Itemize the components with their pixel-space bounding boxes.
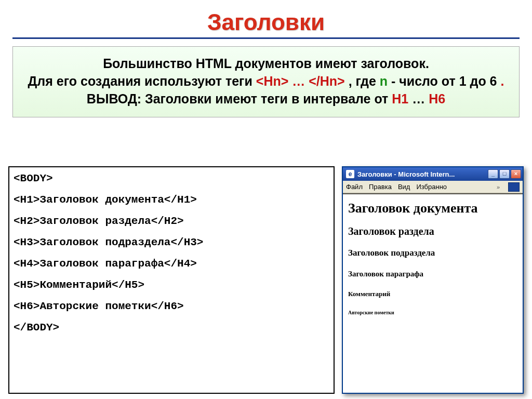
menu-overflow-icon[interactable]: » (497, 184, 500, 190)
rendered-h4: Заголовок параграфа (348, 270, 517, 278)
window-titlebar: e Заголовки - Microsoft Intern... _ □ × (343, 167, 523, 181)
tag-ellipsis: … (292, 74, 305, 88)
info-to: … (412, 91, 429, 106)
rendered-h1: Заголовок документа (348, 201, 517, 216)
info-line3a: ВЫВОД: Заголовки имеют теги в интервале … (87, 91, 392, 106)
info-callout: Большинство HTML документов имеют заголо… (12, 46, 520, 117)
rendered-h3: Заголовок подраздела (348, 248, 517, 258)
window-title: Заголовки - Microsoft Intern... (357, 170, 488, 178)
menubar: Файл Правка Вид Избранно » (343, 181, 523, 193)
close-button[interactable]: × (511, 169, 521, 179)
info-period: . (500, 74, 504, 88)
info-line2b: , где (349, 74, 380, 88)
rendered-h6: Авторские пометки (348, 310, 517, 315)
info-h6: H6 (429, 91, 445, 106)
rendered-h2: Заголовок раздела (348, 225, 517, 237)
minimize-button[interactable]: _ (488, 169, 498, 179)
title-divider (12, 37, 520, 39)
info-n: n (380, 74, 388, 88)
code-line: <BODY> (14, 172, 329, 184)
throbber-icon (508, 182, 520, 192)
tag-close: </Hn> (309, 74, 344, 88)
code-panel: <BODY> <H1>Заголовок документа</H1> <H2>… (8, 166, 335, 394)
browser-content: Заголовок документа Заголовок раздела За… (343, 193, 523, 393)
lower-row: <BODY> <H1>Заголовок документа</H1> <H2>… (8, 166, 524, 394)
code-line: <H6>Авторские пометки</H6> (14, 300, 329, 312)
code-line: <H5>Комментарий</H5> (14, 279, 329, 291)
menu-file[interactable]: Файл (346, 183, 363, 191)
code-line: </BODY> (14, 322, 329, 334)
info-line2c: - число от 1 до 6 (391, 74, 497, 88)
maximize-button[interactable]: □ (499, 169, 510, 179)
code-line: <H2>Заголовок раздела</H2> (14, 215, 329, 227)
code-line: <H4>Заголовок параграфа</H4> (14, 258, 329, 270)
page-title: Заголовки (0, 0, 532, 35)
menu-edit[interactable]: Правка (369, 183, 392, 191)
browser-window: e Заголовки - Microsoft Intern... _ □ × … (342, 166, 524, 394)
menu-favorites[interactable]: Избранно (416, 183, 447, 191)
code-line: <H3>Заголовок подраздела</H3> (14, 236, 329, 248)
rendered-h5: Комментарий (348, 290, 517, 298)
tag-open: <Hn> (256, 74, 289, 88)
info-line1: Большинство HTML документов имеют заголо… (103, 56, 429, 71)
menu-view[interactable]: Вид (398, 183, 410, 191)
app-icon: e (346, 170, 354, 178)
window-controls: _ □ × (488, 169, 521, 179)
info-h1: H1 (392, 91, 408, 106)
info-line2a: Для его создания используют теги (28, 74, 256, 88)
code-line: <H1>Заголовок документа</H1> (14, 194, 329, 206)
